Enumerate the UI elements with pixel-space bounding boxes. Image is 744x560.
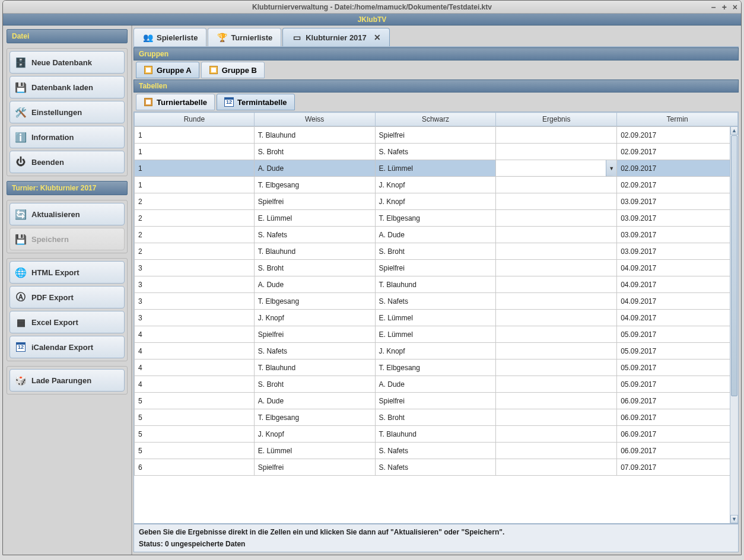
group-tab-gruppe-a[interactable]: Gruppe A [136,62,199,78]
cell-ergebnis[interactable] [496,326,617,343]
cell-runde[interactable]: 4 [135,376,255,393]
cell-ergebnis[interactable] [496,393,617,409]
cell-runde[interactable]: 1 [135,160,255,177]
cell-schwarz[interactable]: Spielfrei [375,127,496,144]
cell-weiss[interactable]: S. Broht [254,260,375,276]
ergebnis-dropdown[interactable]: 0 - 1½ - ½1 - 0- / ++ / - [496,176,611,177]
col-runde[interactable]: Runde [135,113,255,126]
table-row[interactable]: 1T. ElbgesangJ. Knopf02.09.2017 [135,177,738,193]
cell-weiss[interactable]: T. Elbgesang [254,409,375,426]
cell-weiss[interactable]: S. Nafets [254,343,375,359]
group-tab-gruppe-b[interactable]: Gruppe B [201,62,265,78]
cell-runde[interactable]: 5 [135,443,255,459]
cell-termin[interactable]: 02.09.2017 [617,160,738,177]
tab-klubturnier-2017[interactable]: ▭Klubturnier 2017✕ [282,28,390,46]
cell-ergebnis[interactable] [496,177,617,193]
cell-termin[interactable]: 04.09.2017 [617,276,738,293]
cell-runde[interactable]: 4 [135,326,255,343]
cell-ergebnis[interactable]: ▼0 - 1½ - ½1 - 0- / ++ / - [496,160,617,177]
col-ergebnis[interactable]: Ergebnis [496,113,617,126]
cell-runde[interactable]: 4 [135,343,255,359]
sidebar-btn-html-export[interactable]: 🌐HTML Export [9,261,125,284]
table-row[interactable]: 4SpielfreiE. Lümmel05.09.2017 [135,326,738,343]
cell-runde[interactable]: 1 [135,177,255,193]
cell-ergebnis[interactable] [496,409,617,426]
sidebar-btn-lade-paarungen[interactable]: 🎲Lade Paarungen [9,369,125,392]
cell-ergebnis[interactable] [496,210,617,227]
cell-weiss[interactable]: T. Elbgesang [254,177,375,193]
table-row[interactable]: 4T. BlauhundT. Elbgesang05.09.2017 [135,359,738,376]
sidebar-btn-datenbank-laden[interactable]: 💾Datenbank laden [9,76,125,98]
cell-ergebnis[interactable] [496,293,617,310]
cell-schwarz[interactable]: S. Nafets [375,293,496,310]
cell-ergebnis[interactable] [496,376,617,393]
sidebar-btn-neue-datenbank[interactable]: 🗄️Neue Datenbank [9,51,125,74]
table-row[interactable]: 1A. DudeE. Lümmel▼0 - 1½ - ½1 - 0- / ++ … [135,160,738,177]
cell-termin[interactable]: 06.09.2017 [617,393,738,409]
cell-weiss[interactable]: J. Knopf [254,426,375,443]
col-weiss[interactable]: Weiss [254,113,375,126]
cell-ergebnis[interactable] [496,343,617,359]
sidebar-btn-aktualisieren[interactable]: 🔄Aktualisieren [9,203,125,225]
sidebar-btn-einstellungen[interactable]: 🛠️Einstellungen [9,101,125,123]
cell-ergebnis[interactable] [496,193,617,210]
cell-schwarz[interactable]: E. Lümmel [375,326,496,343]
table-row[interactable]: 3A. DudeT. Blauhund04.09.2017 [135,276,738,293]
cell-weiss[interactable]: T. Elbgesang [254,293,375,310]
cell-schwarz[interactable]: E. Lümmel [375,310,496,326]
cell-runde[interactable]: 4 [135,359,255,376]
cell-ergebnis[interactable] [496,144,617,160]
cell-schwarz[interactable]: S. Broht [375,409,496,426]
dropdown-toggle-icon[interactable]: ▼ [606,160,616,176]
cell-termin[interactable]: 03.09.2017 [617,193,738,210]
table-row[interactable]: 3S. BrohtSpielfrei04.09.2017 [135,260,738,276]
cell-runde[interactable]: 2 [135,227,255,243]
cell-weiss[interactable]: J. Knopf [254,310,375,326]
cell-weiss[interactable]: T. Blauhund [254,359,375,376]
cell-schwarz[interactable]: T. Elbgesang [375,359,496,376]
tab-close-icon[interactable]: ✕ [374,33,381,42]
sidebar-btn-pdf-export[interactable]: ⒶPDF Export [9,286,125,308]
col-termin[interactable]: Termin [617,113,738,126]
cell-weiss[interactable]: Spielfrei [254,459,375,476]
cell-ergebnis[interactable] [496,276,617,293]
cell-termin[interactable]: 02.09.2017 [617,127,738,144]
maximize-icon[interactable]: + [722,2,727,12]
cell-ergebnis[interactable] [496,310,617,326]
cell-termin[interactable]: 03.09.2017 [617,210,738,227]
cell-termin[interactable]: 04.09.2017 [617,310,738,326]
cell-schwarz[interactable]: S. Nafets [375,443,496,459]
cell-weiss[interactable]: T. Blauhund [254,127,375,144]
cell-weiss[interactable]: S. Nafets [254,227,375,243]
table-row[interactable]: 1S. BrohtS. Nafets02.09.2017 [135,144,738,160]
cell-runde[interactable]: 3 [135,276,255,293]
scroll-thumb[interactable] [731,135,737,396]
cell-weiss[interactable]: Spielfrei [254,326,375,343]
cell-schwarz[interactable]: Spielfrei [375,393,496,409]
cell-schwarz[interactable]: S. Nafets [375,144,496,160]
cell-schwarz[interactable]: A. Dude [375,376,496,393]
cell-schwarz[interactable]: J. Knopf [375,343,496,359]
cell-termin[interactable]: 06.09.2017 [617,443,738,459]
cell-runde[interactable]: 2 [135,210,255,227]
cell-termin[interactable]: 06.09.2017 [617,409,738,426]
cell-termin[interactable]: 07.09.2017 [617,459,738,476]
cell-runde[interactable]: 2 [135,243,255,260]
cell-ergebnis[interactable] [496,243,617,260]
sidebar-btn-icalendar-export[interactable]: 12iCalendar Export [9,336,125,358]
cell-weiss[interactable]: T. Blauhund [254,243,375,260]
sidebar-btn-information[interactable]: ℹ️Information [9,126,125,148]
tabletab-turniertabelle[interactable]: Turniertabelle [136,94,215,110]
table-row[interactable]: 3T. ElbgesangS. Nafets04.09.2017 [135,293,738,310]
vertical-scrollbar[interactable]: ▲ ▼ [730,126,738,523]
cell-schwarz[interactable]: J. Knopf [375,177,496,193]
cell-ergebnis[interactable] [496,227,617,243]
table-row[interactable]: 2S. NafetsA. Dude03.09.2017 [135,227,738,243]
table-row[interactable]: 4S. NafetsJ. Knopf05.09.2017 [135,343,738,359]
cell-termin[interactable]: 05.09.2017 [617,359,738,376]
cell-weiss[interactable]: A. Dude [254,393,375,409]
ergebnis-input[interactable] [496,160,606,176]
cell-termin[interactable]: 05.09.2017 [617,343,738,359]
cell-termin[interactable]: 05.09.2017 [617,326,738,343]
cell-schwarz[interactable]: T. Blauhund [375,276,496,293]
